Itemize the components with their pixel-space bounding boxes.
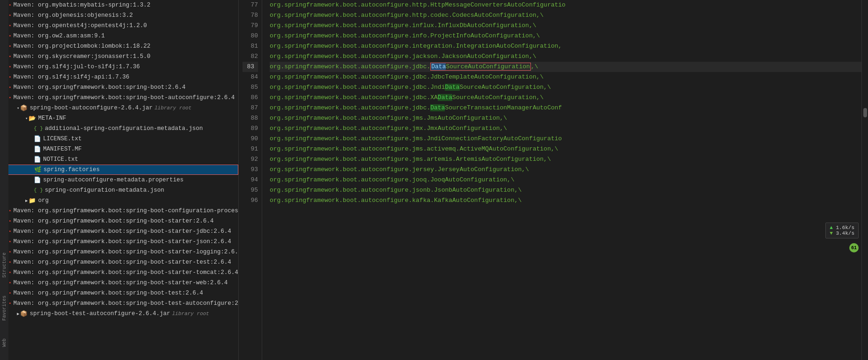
- maven-icon: ▪: [8, 208, 12, 214]
- code-suffix-86: SourceAutoConfiguration,\: [452, 94, 544, 101]
- code-line-86: org.springframework.boot.autoconfigure.j…: [270, 93, 861, 103]
- tree-item-additional-spring[interactable]: { } additional-spring-configuration-meta…: [0, 123, 238, 134]
- tree-item-jsonassert[interactable]: ▪ Maven: org.skyscreamer:jsonassert:1.5.…: [0, 51, 238, 62]
- web-tab[interactable]: Web: [1, 335, 8, 351]
- maven-icon: ▪: [8, 218, 12, 224]
- tree-item-spring-boot-autoconfigure[interactable]: ▪ Maven: org.springframework.boot:spring…: [0, 93, 238, 103]
- code-line-89: org.springframework.boot.autoconfigure.j…: [270, 123, 861, 134]
- tree-item-slf4j-api[interactable]: ▪ Maven: org.slf4j:slf4j-api:1.7.36: [0, 72, 238, 82]
- tree-item-jul-slf4j[interactable]: ▪ Maven: org.slf4j:jul-to-slf4j:1.7.36: [0, 62, 238, 72]
- tree-item-objenesis[interactable]: ▪ Maven: org.objenesis:objenesis:3.2: [0, 10, 238, 21]
- tree-item-label: Maven: org.springframework.boot:spring-b…: [14, 238, 231, 245]
- tree-item-label: Maven: org.springframework.boot:spring-b…: [14, 208, 238, 214]
- tree-item-label: META-INF: [38, 115, 66, 122]
- line-num-91: 91: [243, 144, 258, 154]
- tree-item-label: Maven: org.springframework.boot:spring-b…: [14, 94, 235, 101]
- tree-item-starter-web[interactable]: ▪ Maven: org.springframework.boot:spring…: [0, 278, 238, 288]
- tree-item-org-folder[interactable]: ▶ 📁 org: [0, 195, 238, 206]
- code-line-90: org.springframework.boot.autoconfigure.j…: [270, 134, 861, 144]
- badge-value: 61: [851, 245, 857, 251]
- tree-item-label: org: [38, 197, 49, 204]
- tree-item-meta-inf[interactable]: ▾ 📂 META-INF: [0, 113, 238, 123]
- library-label: library root: [172, 311, 209, 317]
- net-down: ▼ 3.4k/s: [830, 230, 854, 236]
- tree-item-lombok[interactable]: ▪ Maven: org.projectlombok:lombok:1.18.2…: [0, 41, 238, 51]
- left-side-tabs: Structure Favorites Web: [0, 0, 8, 360]
- maven-icon: ▪: [8, 301, 12, 306]
- net-down-value: 3.4k/s: [836, 230, 854, 236]
- tree-item-ow2asm[interactable]: ▪ Maven: org.ow2.asm:asm:9.1: [0, 31, 238, 41]
- tree-item-label: Maven: org.springframework.boot:spring-b…: [14, 269, 238, 276]
- tree-item-label: LICENSE.txt: [43, 136, 82, 142]
- tree-item-spring-boot-test[interactable]: ▪ Maven: org.springframework.boot:spring…: [0, 288, 238, 298]
- tree-item-label: Maven: org.skyscreamer:jsonassert:1.5.0: [14, 53, 151, 60]
- code-line-80: org.springframework.boot.autoconfigure.i…: [270, 31, 861, 41]
- line-num-79: 79: [243, 21, 258, 31]
- code-line-88: org.springframework.boot.autoconfigure.j…: [270, 113, 861, 123]
- down-arrow-icon: ▼: [830, 230, 833, 236]
- tree-item-starter-jdbc[interactable]: ▪ Maven: org.springframework.boot:spring…: [0, 226, 238, 237]
- net-up-value: 1.6k/s: [836, 225, 854, 230]
- maven-icon: ▪: [8, 95, 12, 101]
- maven-icon: ▪: [8, 2, 12, 8]
- tree-item-notice[interactable]: 📄 NOTICE.txt: [0, 154, 238, 165]
- left-panel: ▪ Maven: org.mybatis:mybatis-spring:1.3.…: [0, 0, 239, 360]
- tree-item-starter-tomcat[interactable]: ▪ Maven: org.springframework.boot:spring…: [0, 267, 238, 278]
- green-highlight-data-86: Data: [438, 94, 452, 101]
- tree-item-starter-logging[interactable]: ▪ Maven: org.springframework.boot:spring…: [0, 247, 238, 257]
- code-line-96: org.springframework.boot.autoconfigure.k…: [270, 195, 861, 206]
- tree-item-manifest[interactable]: 📄 MANIFEST.MF: [0, 144, 238, 154]
- json-icon: { }: [34, 126, 43, 131]
- code-line-81: org.springframework.boot.autoconfigure.i…: [270, 41, 861, 51]
- count-badge: 61: [849, 243, 859, 252]
- line-num-82: 82: [243, 51, 258, 62]
- network-indicator: ▲ 1.6k/s ▼ 3.4k/s: [825, 223, 859, 238]
- scrollbar-thumb[interactable]: [863, 108, 867, 117]
- structure-tab[interactable]: Structure: [1, 249, 8, 281]
- tree-item-label: Maven: org.springframework.boot:spring-b…: [14, 300, 238, 307]
- maven-icon: ▪: [8, 33, 12, 39]
- maven-icon: ▪: [8, 74, 12, 80]
- tree-item-jar-autoconfigure[interactable]: ▾ 📦 spring-boot-autoconfigure-2.6.4.jar …: [0, 103, 238, 113]
- code-suffix-83: ,\: [531, 63, 538, 70]
- maven-icon: ▪: [8, 270, 12, 275]
- blue-highlight-data: Data: [431, 63, 446, 70]
- tree-item-spring-config-metadata[interactable]: { } spring-configuration-metadata.json: [0, 185, 238, 195]
- tree-item-spring-factories[interactable]: 🌿 spring.factories: [0, 165, 238, 175]
- tree-item-test-autoconfigure[interactable]: ▪ Maven: org.springframework.boot:spring…: [0, 298, 238, 309]
- favorites-tab[interactable]: Favorites: [1, 292, 8, 324]
- tree-item-label: Maven: org.springframework.boot:spring-b…: [14, 249, 238, 255]
- chevron-right-icon: ▶: [25, 198, 28, 203]
- tree-item-label: Maven: org.slf4j:slf4j-api:1.7.36: [14, 74, 130, 80]
- line-num-94: 94: [243, 175, 258, 185]
- tree-item-label: Maven: org.projectlombok:lombok:1.18.22: [14, 43, 151, 50]
- green-highlight-data-85: Data: [445, 84, 459, 91]
- code-prefix-86: org.springframework.boot.autoconfigure.j…: [270, 94, 438, 101]
- line-num-88: 88: [243, 113, 258, 123]
- tree-item-spring-boot[interactable]: ▪ Maven: org.springframework.boot:spring…: [0, 82, 238, 93]
- scrollbar[interactable]: [861, 0, 868, 360]
- tree-item-mybatis[interactable]: ▪ Maven: org.mybatis:mybatis-spring:1.3.…: [0, 0, 238, 10]
- tree-item-opentest4j[interactable]: ▪ Maven: org.opentest4j:opentest4j:1.2.0: [0, 21, 238, 31]
- tree-item-license[interactable]: 📄 LICENSE.txt: [0, 134, 238, 144]
- maven-icon: ▪: [8, 259, 12, 265]
- tree-item-autoconfigure-metadata[interactable]: 📄 spring-autoconfigure-metadata.properti…: [0, 175, 238, 185]
- tree-item-starter-json[interactable]: ▪ Maven: org.springframework.boot:spring…: [0, 237, 238, 247]
- line-num-90: 90: [243, 134, 258, 144]
- tree-item-starter[interactable]: ▪ Maven: org.springframework.boot:spring…: [0, 216, 238, 226]
- tree-item-label: Maven: org.springframework.boot:spring-b…: [14, 218, 214, 224]
- code-line-82: org.springframework.boot.autoconfigure.j…: [270, 51, 861, 62]
- chevron-down-icon: ▾: [17, 106, 19, 111]
- jar-icon: 📦: [20, 104, 28, 112]
- maven-icon: ▪: [8, 54, 12, 59]
- net-up: ▲ 1.6k/s: [830, 225, 854, 230]
- line-num-77: 77: [243, 0, 258, 10]
- tree-item-starter-test[interactable]: ▪ Maven: org.springframework.boot:spring…: [0, 257, 238, 267]
- library-label: library root: [154, 105, 191, 111]
- tree-item-label: Maven: org.slf4j:jul-to-slf4j:1.7.36: [14, 64, 140, 70]
- tree-item-config-processor[interactable]: ▪ Maven: org.springframework.boot:spring…: [0, 206, 238, 216]
- line-num-86: 86: [243, 93, 258, 103]
- tree-item-label: Maven: org.ow2.asm:asm:9.1: [14, 33, 105, 39]
- code-prefix-85: org.springframework.boot.autoconfigure.j…: [270, 84, 445, 91]
- tree-item-jar-test-autoconfigure[interactable]: ▶ 📦 spring-boot-test-autoconfigure-2.6.4…: [0, 309, 238, 319]
